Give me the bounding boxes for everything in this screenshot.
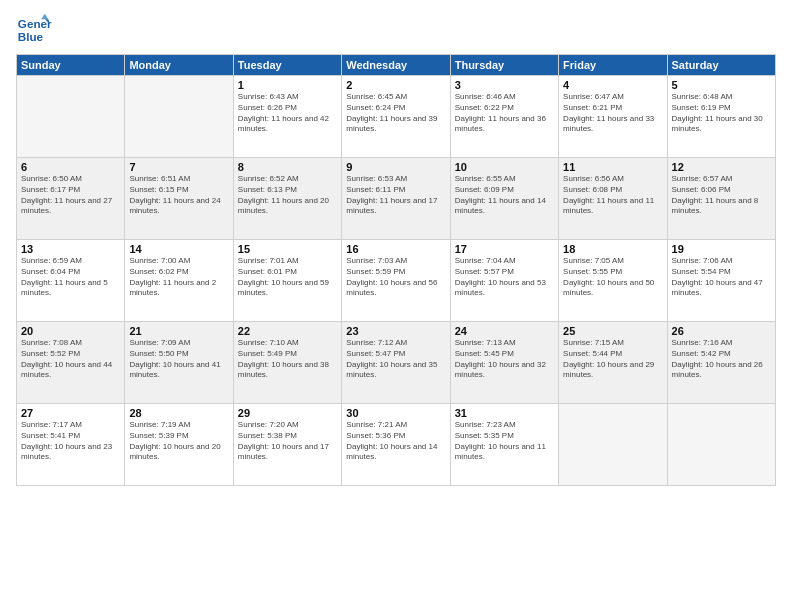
day-info: Sunrise: 7:17 AM Sunset: 5:41 PM Dayligh… bbox=[21, 420, 120, 463]
day-number: 19 bbox=[672, 243, 771, 255]
day-info: Sunrise: 7:16 AM Sunset: 5:42 PM Dayligh… bbox=[672, 338, 771, 381]
weekday-header-friday: Friday bbox=[559, 55, 667, 76]
day-number: 9 bbox=[346, 161, 445, 173]
day-info: Sunrise: 7:23 AM Sunset: 5:35 PM Dayligh… bbox=[455, 420, 554, 463]
day-info: Sunrise: 6:43 AM Sunset: 6:26 PM Dayligh… bbox=[238, 92, 337, 135]
calendar-cell: 26Sunrise: 7:16 AM Sunset: 5:42 PM Dayli… bbox=[667, 322, 775, 404]
day-info: Sunrise: 7:05 AM Sunset: 5:55 PM Dayligh… bbox=[563, 256, 662, 299]
day-info: Sunrise: 7:19 AM Sunset: 5:39 PM Dayligh… bbox=[129, 420, 228, 463]
weekday-header-thursday: Thursday bbox=[450, 55, 558, 76]
svg-text:Blue: Blue bbox=[18, 30, 44, 43]
calendar-cell: 8Sunrise: 6:52 AM Sunset: 6:13 PM Daylig… bbox=[233, 158, 341, 240]
calendar-week-row: 1Sunrise: 6:43 AM Sunset: 6:26 PM Daylig… bbox=[17, 76, 776, 158]
day-number: 10 bbox=[455, 161, 554, 173]
logo: General Blue bbox=[16, 12, 56, 48]
day-info: Sunrise: 6:59 AM Sunset: 6:04 PM Dayligh… bbox=[21, 256, 120, 299]
calendar-cell: 13Sunrise: 6:59 AM Sunset: 6:04 PM Dayli… bbox=[17, 240, 125, 322]
calendar-cell: 1Sunrise: 6:43 AM Sunset: 6:26 PM Daylig… bbox=[233, 76, 341, 158]
calendar-week-row: 6Sunrise: 6:50 AM Sunset: 6:17 PM Daylig… bbox=[17, 158, 776, 240]
day-number: 1 bbox=[238, 79, 337, 91]
day-number: 3 bbox=[455, 79, 554, 91]
day-number: 24 bbox=[455, 325, 554, 337]
day-info: Sunrise: 7:01 AM Sunset: 6:01 PM Dayligh… bbox=[238, 256, 337, 299]
calendar-cell: 24Sunrise: 7:13 AM Sunset: 5:45 PM Dayli… bbox=[450, 322, 558, 404]
day-number: 29 bbox=[238, 407, 337, 419]
day-number: 31 bbox=[455, 407, 554, 419]
weekday-header-tuesday: Tuesday bbox=[233, 55, 341, 76]
day-number: 12 bbox=[672, 161, 771, 173]
calendar-cell: 17Sunrise: 7:04 AM Sunset: 5:57 PM Dayli… bbox=[450, 240, 558, 322]
day-number: 27 bbox=[21, 407, 120, 419]
day-info: Sunrise: 7:04 AM Sunset: 5:57 PM Dayligh… bbox=[455, 256, 554, 299]
calendar-cell: 14Sunrise: 7:00 AM Sunset: 6:02 PM Dayli… bbox=[125, 240, 233, 322]
day-number: 18 bbox=[563, 243, 662, 255]
calendar-cell bbox=[17, 76, 125, 158]
day-info: Sunrise: 6:48 AM Sunset: 6:19 PM Dayligh… bbox=[672, 92, 771, 135]
calendar-week-row: 27Sunrise: 7:17 AM Sunset: 5:41 PM Dayli… bbox=[17, 404, 776, 486]
day-info: Sunrise: 7:06 AM Sunset: 5:54 PM Dayligh… bbox=[672, 256, 771, 299]
calendar-cell: 20Sunrise: 7:08 AM Sunset: 5:52 PM Dayli… bbox=[17, 322, 125, 404]
day-number: 2 bbox=[346, 79, 445, 91]
day-info: Sunrise: 6:51 AM Sunset: 6:15 PM Dayligh… bbox=[129, 174, 228, 217]
calendar-table: SundayMondayTuesdayWednesdayThursdayFrid… bbox=[16, 54, 776, 486]
day-info: Sunrise: 6:57 AM Sunset: 6:06 PM Dayligh… bbox=[672, 174, 771, 217]
calendar-cell: 31Sunrise: 7:23 AM Sunset: 5:35 PM Dayli… bbox=[450, 404, 558, 486]
day-info: Sunrise: 6:56 AM Sunset: 6:08 PM Dayligh… bbox=[563, 174, 662, 217]
day-info: Sunrise: 7:15 AM Sunset: 5:44 PM Dayligh… bbox=[563, 338, 662, 381]
weekday-header-row: SundayMondayTuesdayWednesdayThursdayFrid… bbox=[17, 55, 776, 76]
calendar-cell: 5Sunrise: 6:48 AM Sunset: 6:19 PM Daylig… bbox=[667, 76, 775, 158]
calendar-cell: 18Sunrise: 7:05 AM Sunset: 5:55 PM Dayli… bbox=[559, 240, 667, 322]
calendar-cell: 9Sunrise: 6:53 AM Sunset: 6:11 PM Daylig… bbox=[342, 158, 450, 240]
weekday-header-saturday: Saturday bbox=[667, 55, 775, 76]
day-info: Sunrise: 7:09 AM Sunset: 5:50 PM Dayligh… bbox=[129, 338, 228, 381]
calendar-cell: 16Sunrise: 7:03 AM Sunset: 5:59 PM Dayli… bbox=[342, 240, 450, 322]
day-info: Sunrise: 7:12 AM Sunset: 5:47 PM Dayligh… bbox=[346, 338, 445, 381]
header: General Blue bbox=[16, 12, 776, 48]
calendar-week-row: 13Sunrise: 6:59 AM Sunset: 6:04 PM Dayli… bbox=[17, 240, 776, 322]
day-number: 21 bbox=[129, 325, 228, 337]
day-number: 28 bbox=[129, 407, 228, 419]
calendar-cell: 2Sunrise: 6:45 AM Sunset: 6:24 PM Daylig… bbox=[342, 76, 450, 158]
day-info: Sunrise: 7:00 AM Sunset: 6:02 PM Dayligh… bbox=[129, 256, 228, 299]
day-number: 17 bbox=[455, 243, 554, 255]
day-info: Sunrise: 6:55 AM Sunset: 6:09 PM Dayligh… bbox=[455, 174, 554, 217]
calendar-cell: 3Sunrise: 6:46 AM Sunset: 6:22 PM Daylig… bbox=[450, 76, 558, 158]
page: General Blue SundayMondayTuesdayWednesda… bbox=[0, 0, 792, 612]
day-number: 14 bbox=[129, 243, 228, 255]
day-number: 16 bbox=[346, 243, 445, 255]
weekday-header-sunday: Sunday bbox=[17, 55, 125, 76]
calendar-cell: 7Sunrise: 6:51 AM Sunset: 6:15 PM Daylig… bbox=[125, 158, 233, 240]
weekday-header-wednesday: Wednesday bbox=[342, 55, 450, 76]
calendar-cell: 11Sunrise: 6:56 AM Sunset: 6:08 PM Dayli… bbox=[559, 158, 667, 240]
day-info: Sunrise: 6:47 AM Sunset: 6:21 PM Dayligh… bbox=[563, 92, 662, 135]
day-number: 8 bbox=[238, 161, 337, 173]
day-info: Sunrise: 7:08 AM Sunset: 5:52 PM Dayligh… bbox=[21, 338, 120, 381]
day-info: Sunrise: 7:13 AM Sunset: 5:45 PM Dayligh… bbox=[455, 338, 554, 381]
calendar-cell: 30Sunrise: 7:21 AM Sunset: 5:36 PM Dayli… bbox=[342, 404, 450, 486]
day-number: 22 bbox=[238, 325, 337, 337]
day-info: Sunrise: 7:21 AM Sunset: 5:36 PM Dayligh… bbox=[346, 420, 445, 463]
day-info: Sunrise: 6:45 AM Sunset: 6:24 PM Dayligh… bbox=[346, 92, 445, 135]
calendar-cell: 4Sunrise: 6:47 AM Sunset: 6:21 PM Daylig… bbox=[559, 76, 667, 158]
calendar-cell: 29Sunrise: 7:20 AM Sunset: 5:38 PM Dayli… bbox=[233, 404, 341, 486]
day-number: 6 bbox=[21, 161, 120, 173]
day-number: 26 bbox=[672, 325, 771, 337]
day-number: 30 bbox=[346, 407, 445, 419]
day-number: 25 bbox=[563, 325, 662, 337]
calendar-cell bbox=[125, 76, 233, 158]
calendar-cell: 19Sunrise: 7:06 AM Sunset: 5:54 PM Dayli… bbox=[667, 240, 775, 322]
day-info: Sunrise: 6:46 AM Sunset: 6:22 PM Dayligh… bbox=[455, 92, 554, 135]
day-number: 4 bbox=[563, 79, 662, 91]
calendar-cell: 25Sunrise: 7:15 AM Sunset: 5:44 PM Dayli… bbox=[559, 322, 667, 404]
calendar-cell bbox=[559, 404, 667, 486]
calendar-cell bbox=[667, 404, 775, 486]
day-info: Sunrise: 7:03 AM Sunset: 5:59 PM Dayligh… bbox=[346, 256, 445, 299]
day-number: 13 bbox=[21, 243, 120, 255]
calendar-cell: 15Sunrise: 7:01 AM Sunset: 6:01 PM Dayli… bbox=[233, 240, 341, 322]
day-info: Sunrise: 6:50 AM Sunset: 6:17 PM Dayligh… bbox=[21, 174, 120, 217]
calendar-cell: 22Sunrise: 7:10 AM Sunset: 5:49 PM Dayli… bbox=[233, 322, 341, 404]
calendar-cell: 21Sunrise: 7:09 AM Sunset: 5:50 PM Dayli… bbox=[125, 322, 233, 404]
calendar-cell: 23Sunrise: 7:12 AM Sunset: 5:47 PM Dayli… bbox=[342, 322, 450, 404]
calendar-cell: 10Sunrise: 6:55 AM Sunset: 6:09 PM Dayli… bbox=[450, 158, 558, 240]
day-number: 23 bbox=[346, 325, 445, 337]
